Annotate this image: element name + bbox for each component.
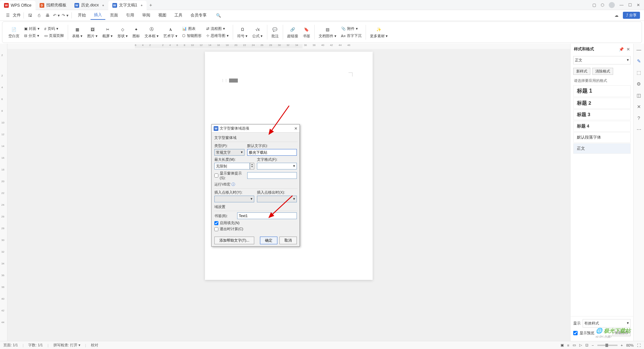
tab-page[interactable]: 页面 <box>107 11 121 19</box>
default-text-input[interactable] <box>247 149 297 156</box>
ribbon-wordart[interactable]: 𝐀艺术字 ▾ <box>161 26 179 39</box>
zoom-value[interactable]: 80% <box>626 343 634 347</box>
show-prompt-checkbox[interactable] <box>214 173 218 178</box>
more-icon[interactable]: ⋯ <box>637 127 641 132</box>
maximize-icon[interactable]: ☐ <box>628 3 632 7</box>
style-item[interactable]: 正文↵ <box>573 143 631 154</box>
tab-history-doc[interactable]: W 历史.docx ● <box>70 1 108 10</box>
tab-view[interactable]: 视图 <box>155 11 170 19</box>
ribbon-picture[interactable]: 🖼图片 ▾ <box>85 26 100 39</box>
style-item[interactable]: 默认段落字体↵ <box>573 132 631 143</box>
status-words[interactable]: 字数: 1/1 <box>28 343 43 348</box>
ribbon-parts[interactable]: ▤文档部件 ▾ <box>317 26 338 39</box>
spinner-down[interactable]: ▼ <box>250 165 254 168</box>
print-preview-icon[interactable]: ⎙ <box>35 12 43 19</box>
ribbon-dropcap[interactable]: A≡首字下沉 <box>340 33 363 39</box>
ribbon-header-footer[interactable]: ▭页眉页脚 <box>44 33 64 39</box>
view-web-icon[interactable]: ▭ <box>573 343 576 347</box>
macro-enter-select[interactable]: ▾ <box>214 196 254 202</box>
format-select[interactable]: ▾ <box>257 163 297 169</box>
ribbon-blank-page[interactable]: 📄 空白页 <box>6 26 21 39</box>
fullscreen-icon[interactable]: ⛶ <box>637 343 641 347</box>
collapse-icon[interactable]: — <box>637 47 641 52</box>
tab-start[interactable]: 开始 <box>74 11 89 19</box>
ribbon-smartart[interactable]: ⬡智能图形 <box>181 33 202 39</box>
ribbon-chart[interactable]: 📊图表 <box>181 26 202 32</box>
search-icon[interactable]: 🔍 <box>215 12 222 19</box>
view-outline-icon[interactable]: ≡ <box>567 343 569 347</box>
status-proof[interactable]: 校对 <box>91 343 98 348</box>
pin-icon[interactable]: 📌 <box>619 47 624 52</box>
tab-template[interactable]: D 找稻壳模板 <box>36 1 70 10</box>
tab-current-doc[interactable]: W 文字文稿1 ● <box>108 1 147 10</box>
preview-checkbox[interactable] <box>573 331 578 335</box>
ribbon-page-break[interactable]: ⊟分页 ▾ <box>23 33 40 39</box>
form-field[interactable] <box>229 79 238 83</box>
ribbon-more[interactable]: ✨更多素材 ▾ <box>368 26 390 39</box>
ribbon-attachment[interactable]: 📎附件 ▾ <box>340 26 363 32</box>
show-filter-select[interactable]: 有效样式▾ <box>583 319 631 328</box>
canvas[interactable]: 6422468101214161820222426283032343638404… <box>7 44 570 341</box>
tab-wps-office[interactable]: W WPS Office <box>0 1 36 10</box>
maxlen-select[interactable]: 无限制 <box>214 163 250 169</box>
cancel-button[interactable]: 取消 <box>279 237 297 244</box>
view-page-icon[interactable]: ▣ <box>560 343 564 347</box>
style-item[interactable]: 标题 2↵ <box>573 98 631 109</box>
clear-format-button[interactable]: 清除格式 <box>592 68 613 75</box>
macro-exit-select[interactable]: ▾ <box>257 196 297 202</box>
ribbon-cover[interactable]: ▣封面 ▾ <box>23 26 40 32</box>
tab-add[interactable]: + <box>147 2 155 8</box>
layers-icon[interactable]: ◫ <box>637 93 641 98</box>
ribbon-textbox[interactable]: Ⓐ文本框 ▾ <box>143 26 161 39</box>
zoom-slider[interactable] <box>597 345 618 346</box>
ribbon-comment[interactable]: 💬批注 <box>269 26 281 39</box>
close-icon[interactable]: ✕ <box>637 3 640 7</box>
share-button[interactable]: ⤴ 分享 <box>623 12 640 19</box>
view-read-icon[interactable]: ▷ <box>579 343 582 347</box>
undo-icon[interactable]: ↶ ▾ <box>53 12 60 19</box>
ribbon-shape[interactable]: ◇形状 ▾ <box>115 26 130 39</box>
ribbon-symbol[interactable]: Ω符号 ▾ <box>235 26 250 39</box>
edit-icon[interactable]: ✎ <box>637 58 641 64</box>
avatar[interactable] <box>609 2 615 8</box>
field-handle-icon[interactable]: ⋮⋮ <box>221 79 228 82</box>
help-icon[interactable]: ⓘ <box>231 182 235 186</box>
ribbon-icon-btn[interactable]: ✦图标 <box>130 26 142 39</box>
zoom-in-icon[interactable]: + <box>621 343 623 347</box>
tab-insert[interactable]: 插入 <box>91 11 105 20</box>
dialog-close-icon[interactable]: ✕ <box>294 126 298 131</box>
style-item[interactable]: 标题 1↵ <box>573 85 631 97</box>
dialog-titlebar[interactable]: W 文字型窗体域选项 ✕ <box>212 124 300 133</box>
tab-close[interactable]: ● <box>141 3 143 7</box>
new-style-button[interactable]: 新样式 <box>573 68 590 75</box>
panel-close-icon[interactable]: ✕ <box>627 47 630 52</box>
file-menu[interactable]: 文件 <box>13 12 21 18</box>
spinner-up[interactable]: ▲ <box>250 163 254 165</box>
ribbon-flowchart[interactable]: ⇄流程图 ▾ <box>206 26 229 32</box>
current-style-select[interactable]: 正文▾ <box>573 56 631 64</box>
select-icon[interactable]: ⬚ <box>637 70 641 75</box>
style-item[interactable]: 标题 3↵ <box>573 109 631 120</box>
print-icon[interactable]: 🖶 <box>44 12 51 19</box>
status-spell[interactable]: 拼写检查: 打开 ▾ <box>53 343 80 348</box>
tab-close[interactable]: ● <box>102 3 104 7</box>
tools-icon[interactable]: ✕ <box>637 104 641 109</box>
calc-exit-checkbox[interactable] <box>214 227 218 231</box>
prompt-input[interactable] <box>247 172 297 179</box>
status-page[interactable]: 页面: 1/1 <box>3 343 18 348</box>
tab-reference[interactable]: 引用 <box>123 11 138 19</box>
type-select[interactable]: 常规文字 ▾ <box>214 149 245 156</box>
ribbon-bookmark[interactable]: 🔖书签 <box>301 26 312 39</box>
cube-icon[interactable]: ⬡ <box>601 3 604 7</box>
ribbon-equation[interactable]: √x公式 ▾ <box>250 26 265 39</box>
tab-member[interactable]: 会员专享 <box>187 11 210 19</box>
menu-icon[interactable]: ☰ <box>4 12 11 19</box>
help-text-button[interactable]: 添加帮助文字(T)... <box>214 237 254 244</box>
minimize-icon[interactable]: — <box>620 3 624 7</box>
ribbon-page-num[interactable]: #页码 ▾ <box>44 26 64 32</box>
redo-icon[interactable]: ↷ ▾ <box>61 12 69 19</box>
tab-review[interactable]: 审阅 <box>139 11 154 19</box>
zoom-out-icon[interactable]: − <box>592 343 594 347</box>
tab-tools[interactable]: 工具 <box>171 11 186 19</box>
save-icon[interactable]: 🖫 <box>26 12 34 19</box>
